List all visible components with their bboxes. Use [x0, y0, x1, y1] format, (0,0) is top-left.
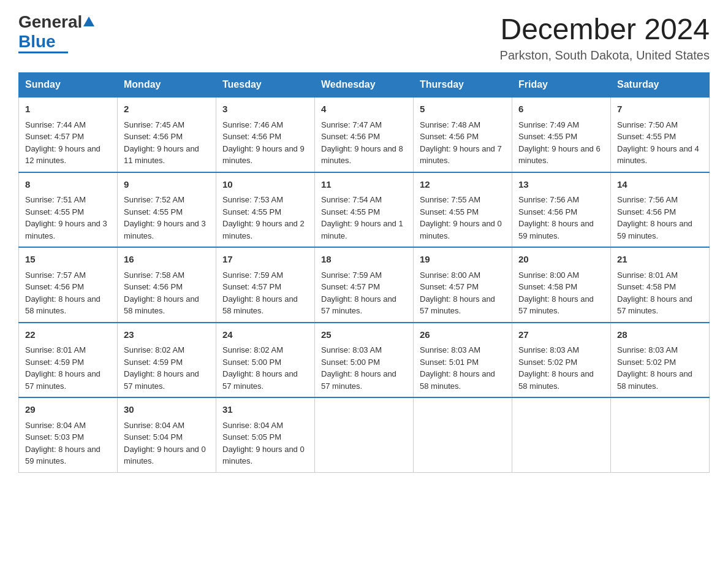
page-header: General Blue December 2024 Parkston, Sou…: [18, 12, 710, 63]
day-number: 9: [124, 178, 210, 192]
calendar-cell: 29Sunrise: 8:04 AMSunset: 5:03 PMDayligh…: [19, 397, 118, 472]
day-number: 11: [321, 178, 407, 192]
day-number: 3: [222, 102, 308, 117]
calendar-table: SundayMondayTuesdayWednesdayThursdayFrid…: [18, 72, 710, 473]
calendar-cell: [315, 397, 414, 472]
day-info: Sunrise: 7:51 AMSunset: 4:55 PMDaylight:…: [25, 195, 107, 240]
calendar-week-row: 15Sunrise: 7:57 AMSunset: 4:56 PMDayligh…: [19, 247, 710, 323]
calendar-cell: 10Sunrise: 7:53 AMSunset: 4:55 PMDayligh…: [216, 172, 315, 248]
calendar-cell: 25Sunrise: 8:03 AMSunset: 5:00 PMDayligh…: [315, 323, 414, 398]
calendar-cell: 22Sunrise: 8:01 AMSunset: 4:59 PMDayligh…: [19, 323, 118, 398]
logo-general-text: General: [18, 12, 82, 32]
header-monday: Monday: [118, 73, 216, 98]
calendar-cell: 16Sunrise: 7:58 AMSunset: 4:56 PMDayligh…: [118, 247, 216, 323]
day-info: Sunrise: 8:03 AMSunset: 5:02 PMDaylight:…: [617, 345, 692, 391]
day-info: Sunrise: 7:59 AMSunset: 4:57 PMDaylight:…: [321, 270, 396, 316]
day-number: 21: [617, 253, 703, 267]
day-number: 17: [222, 253, 308, 267]
day-number: 19: [420, 253, 506, 267]
day-info: Sunrise: 8:04 AMSunset: 5:03 PMDaylight:…: [25, 421, 100, 466]
day-number: 12: [420, 178, 506, 192]
day-number: 22: [25, 328, 111, 342]
calendar-cell: 24Sunrise: 8:02 AMSunset: 5:00 PMDayligh…: [216, 323, 315, 398]
calendar-cell: 6Sunrise: 7:49 AMSunset: 4:55 PMDaylight…: [512, 97, 611, 172]
day-info: Sunrise: 7:53 AMSunset: 4:55 PMDaylight:…: [222, 195, 305, 240]
calendar-cell: 19Sunrise: 8:00 AMSunset: 4:57 PMDayligh…: [414, 247, 512, 323]
calendar-cell: 3Sunrise: 7:46 AMSunset: 4:56 PMDaylight…: [216, 97, 315, 172]
calendar-cell: [611, 397, 710, 472]
day-number: 29: [25, 403, 111, 417]
day-number: 16: [124, 253, 210, 267]
calendar-cell: 31Sunrise: 8:04 AMSunset: 5:05 PMDayligh…: [216, 397, 315, 472]
calendar-cell: 26Sunrise: 8:03 AMSunset: 5:01 PMDayligh…: [414, 323, 512, 398]
day-info: Sunrise: 8:02 AMSunset: 5:00 PMDaylight:…: [222, 345, 298, 391]
day-number: 24: [222, 328, 308, 342]
calendar-header-row: SundayMondayTuesdayWednesdayThursdayFrid…: [19, 73, 710, 98]
title-area: December 2024 Parkston, South Dakota, Un…: [500, 12, 710, 63]
calendar-cell: 4Sunrise: 7:47 AMSunset: 4:56 PMDaylight…: [315, 97, 414, 172]
day-info: Sunrise: 7:47 AMSunset: 4:56 PMDaylight:…: [321, 120, 403, 166]
day-number: 15: [25, 253, 111, 267]
calendar-cell: 7Sunrise: 7:50 AMSunset: 4:55 PMDaylight…: [611, 97, 710, 172]
calendar-cell: 23Sunrise: 8:02 AMSunset: 4:59 PMDayligh…: [118, 323, 216, 398]
day-number: 7: [617, 102, 703, 117]
calendar-cell: 17Sunrise: 7:59 AMSunset: 4:57 PMDayligh…: [216, 247, 315, 323]
logo: General Blue: [18, 12, 94, 53]
header-saturday: Saturday: [611, 73, 710, 98]
calendar-cell: 13Sunrise: 7:56 AMSunset: 4:56 PMDayligh…: [512, 172, 611, 248]
header-thursday: Thursday: [414, 73, 512, 98]
day-number: 13: [518, 178, 604, 192]
day-number: 27: [518, 328, 604, 342]
day-number: 18: [321, 253, 407, 267]
day-info: Sunrise: 8:03 AMSunset: 5:01 PMDaylight:…: [420, 345, 495, 391]
calendar-cell: 14Sunrise: 7:56 AMSunset: 4:56 PMDayligh…: [611, 172, 710, 248]
day-info: Sunrise: 8:04 AMSunset: 5:04 PMDaylight:…: [124, 421, 206, 466]
day-info: Sunrise: 7:52 AMSunset: 4:55 PMDaylight:…: [124, 195, 206, 240]
calendar-cell: 11Sunrise: 7:54 AMSunset: 4:55 PMDayligh…: [315, 172, 414, 248]
month-year-title: December 2024: [500, 12, 710, 46]
day-info: Sunrise: 8:00 AMSunset: 4:57 PMDaylight:…: [420, 270, 495, 316]
day-info: Sunrise: 8:03 AMSunset: 5:02 PMDaylight:…: [518, 345, 594, 391]
day-number: 10: [222, 178, 308, 192]
day-number: 5: [420, 102, 506, 117]
calendar-cell: 12Sunrise: 7:55 AMSunset: 4:55 PMDayligh…: [414, 172, 512, 248]
day-number: 4: [321, 102, 407, 117]
day-info: Sunrise: 7:48 AMSunset: 4:56 PMDaylight:…: [420, 120, 502, 166]
calendar-cell: 28Sunrise: 8:03 AMSunset: 5:02 PMDayligh…: [611, 323, 710, 398]
calendar-cell: 30Sunrise: 8:04 AMSunset: 5:04 PMDayligh…: [118, 397, 216, 472]
day-number: 31: [222, 403, 308, 417]
calendar-cell: 18Sunrise: 7:59 AMSunset: 4:57 PMDayligh…: [315, 247, 414, 323]
day-number: 23: [124, 328, 210, 342]
day-info: Sunrise: 8:01 AMSunset: 4:58 PMDaylight:…: [617, 270, 692, 316]
calendar-cell: 1Sunrise: 7:44 AMSunset: 4:57 PMDaylight…: [19, 97, 118, 172]
day-info: Sunrise: 8:03 AMSunset: 5:00 PMDaylight:…: [321, 345, 396, 391]
header-sunday: Sunday: [19, 73, 118, 98]
calendar-week-row: 8Sunrise: 7:51 AMSunset: 4:55 PMDaylight…: [19, 172, 710, 248]
day-info: Sunrise: 7:56 AMSunset: 4:56 PMDaylight:…: [617, 195, 692, 240]
day-info: Sunrise: 7:54 AMSunset: 4:55 PMDaylight:…: [321, 195, 403, 240]
calendar-cell: 9Sunrise: 7:52 AMSunset: 4:55 PMDaylight…: [118, 172, 216, 248]
day-number: 25: [321, 328, 407, 342]
day-number: 30: [124, 403, 210, 417]
day-info: Sunrise: 7:46 AMSunset: 4:56 PMDaylight:…: [222, 120, 305, 166]
day-number: 2: [124, 102, 210, 117]
day-info: Sunrise: 7:44 AMSunset: 4:57 PMDaylight:…: [25, 120, 100, 166]
calendar-cell: 21Sunrise: 8:01 AMSunset: 4:58 PMDayligh…: [611, 247, 710, 323]
day-info: Sunrise: 7:50 AMSunset: 4:55 PMDaylight:…: [617, 120, 699, 166]
logo-triangle-icon: [83, 17, 94, 29]
header-friday: Friday: [512, 73, 611, 98]
day-number: 8: [25, 178, 111, 192]
calendar-cell: 20Sunrise: 8:00 AMSunset: 4:58 PMDayligh…: [512, 247, 611, 323]
day-info: Sunrise: 8:02 AMSunset: 4:59 PMDaylight:…: [124, 345, 199, 391]
day-info: Sunrise: 7:56 AMSunset: 4:56 PMDaylight:…: [518, 195, 594, 240]
calendar-cell: [512, 397, 611, 472]
calendar-week-row: 1Sunrise: 7:44 AMSunset: 4:57 PMDaylight…: [19, 97, 710, 172]
calendar-cell: 5Sunrise: 7:48 AMSunset: 4:56 PMDaylight…: [414, 97, 512, 172]
calendar-cell: 2Sunrise: 7:45 AMSunset: 4:56 PMDaylight…: [118, 97, 216, 172]
svg-marker-0: [83, 17, 94, 26]
day-number: 26: [420, 328, 506, 342]
day-info: Sunrise: 7:45 AMSunset: 4:56 PMDaylight:…: [124, 120, 199, 166]
calendar-cell: 8Sunrise: 7:51 AMSunset: 4:55 PMDaylight…: [19, 172, 118, 248]
day-info: Sunrise: 7:57 AMSunset: 4:56 PMDaylight:…: [25, 270, 100, 316]
day-number: 6: [518, 102, 604, 117]
